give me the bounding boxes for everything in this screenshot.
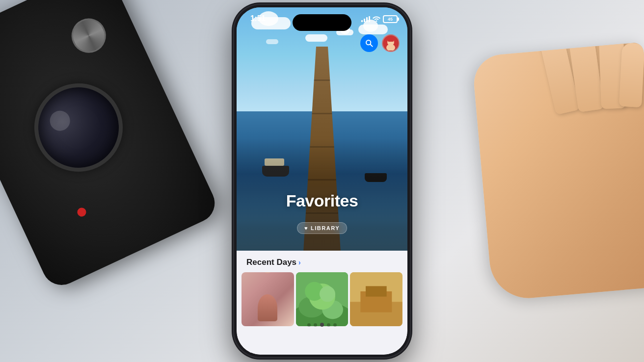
dots-indicator: [237, 323, 407, 327]
camera-red-dot: [76, 206, 88, 218]
finger-4: [619, 43, 644, 107]
scene: 1:51 45: [0, 0, 644, 362]
thumbnail-2[interactable]: [296, 272, 349, 326]
hand-prop: [472, 42, 644, 302]
hero-badge-label: LIBRARY: [311, 225, 340, 231]
wifi-icon: [373, 16, 380, 23]
phone-screen: 1:51 45: [237, 7, 407, 355]
camera-dial: [66, 13, 111, 58]
thumbnail-3[interactable]: [350, 272, 402, 326]
cloud-5: [266, 39, 278, 44]
status-icons: 45: [361, 15, 398, 23]
dot-2[interactable]: [314, 323, 317, 327]
cloud-3: [305, 34, 327, 42]
hero-badge[interactable]: ♥ LIBRARY: [297, 222, 347, 234]
camera-lens: [20, 69, 137, 186]
dynamic-island: [293, 14, 351, 31]
heart-icon: ♥: [304, 225, 308, 231]
signal-icon: [361, 16, 370, 22]
svg-line-1: [370, 44, 373, 47]
thumbnail-1[interactable]: [242, 272, 294, 326]
dot-4[interactable]: [327, 323, 330, 327]
thumbnails-row: [237, 272, 407, 326]
avatar-button[interactable]: [382, 34, 400, 52]
svg-rect-6: [388, 38, 394, 42]
svg-point-13: [320, 286, 335, 302]
svg-rect-17: [366, 286, 387, 296]
bottom-panel: Recent Days ›: [237, 251, 407, 355]
status-time: 1:51: [250, 14, 266, 23]
recent-days-chevron[interactable]: ›: [298, 259, 301, 266]
top-buttons: [360, 34, 400, 52]
dot-5[interactable]: [333, 323, 337, 327]
battery-icon: 45: [383, 15, 398, 23]
phone: 1:51 45: [234, 4, 410, 358]
recent-days-title: Recent Days: [246, 258, 296, 267]
dot-3-active[interactable]: [320, 323, 324, 327]
phone-wrapper: 1:51 45: [234, 4, 410, 358]
hero-title: Favorites: [237, 191, 407, 210]
search-button[interactable]: [360, 34, 378, 52]
fingers: [539, 42, 644, 134]
dot-1[interactable]: [307, 323, 311, 327]
recent-days-header: Recent Days ›: [237, 258, 407, 272]
